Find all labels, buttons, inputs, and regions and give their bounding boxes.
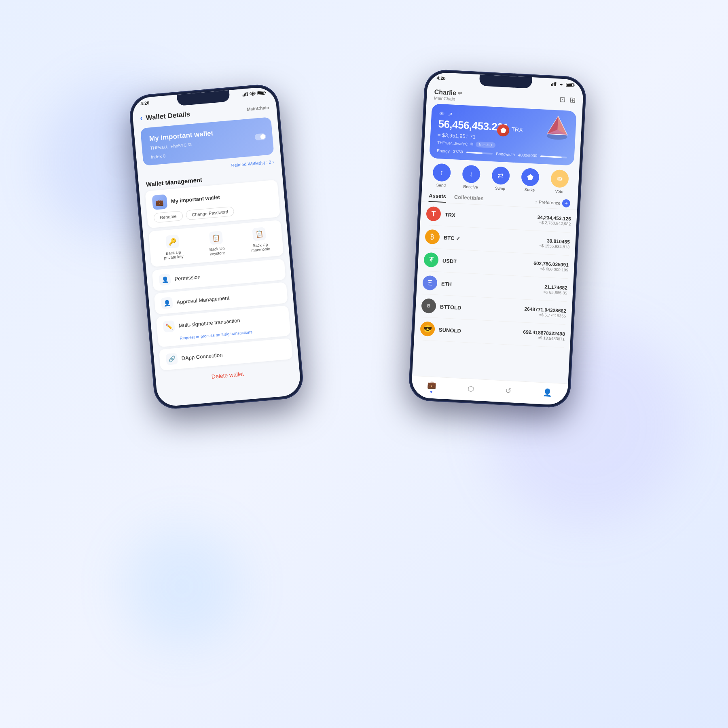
usdt-symbol: USDT: [442, 257, 457, 264]
nav-profile[interactable]: 👤: [538, 386, 557, 399]
energy-label: Energy: [437, 148, 450, 154]
sunold-symbol: SUNOLD: [439, 326, 461, 334]
nav-assets[interactable]: 💼: [422, 378, 442, 394]
usdt-icon: ₮: [423, 252, 439, 268]
battery-icon: [257, 91, 267, 95]
add-asset-button[interactable]: +: [562, 199, 570, 207]
header-chain: MainChain: [434, 95, 462, 102]
wallet-item-name: My important wallet: [171, 194, 220, 204]
send-action[interactable]: ↑ Send: [432, 163, 451, 188]
balance-currency: TRX: [511, 126, 523, 133]
stake-icon: ⬟: [521, 168, 540, 186]
copy-icon[interactable]: ⧉: [188, 142, 192, 147]
trx-icon: T: [426, 206, 441, 222]
trx-amounts: 34,234,453.126 ≈$ 2,760,842,982: [537, 214, 571, 226]
btc-amounts: 30.810455 ≈$ 1555,934,813: [539, 237, 570, 249]
permission-label: Permission: [174, 273, 201, 282]
svg-rect-0: [242, 95, 243, 97]
copy-btn[interactable]: ⧉: [470, 142, 474, 146]
svg-rect-2: [245, 93, 246, 96]
backup-mnemonic[interactable]: 📋 Back Up mnemonic: [247, 223, 273, 256]
preference-btn[interactable]: ↕ Preference +: [535, 197, 570, 207]
stake-action[interactable]: ⬟ Stake: [521, 168, 540, 193]
balance-share-icon[interactable]: ↗: [448, 111, 453, 118]
nav-history[interactable]: ↺: [500, 384, 517, 397]
receive-icon: ↓: [462, 165, 480, 183]
bttold-symbol: BTTOLD: [440, 303, 461, 311]
tab-assets[interactable]: Assets: [429, 190, 447, 203]
energy-progress: [466, 151, 493, 154]
svg-rect-1: [244, 93, 245, 96]
tron-badge: ⬟: [497, 124, 510, 137]
receive-action[interactable]: ↓ Receive: [461, 165, 480, 189]
energy-fill: [466, 151, 483, 154]
wifi-icon: [250, 91, 256, 96]
svg-rect-13: [567, 84, 572, 86]
non-hd-badge: Non-HD: [476, 142, 495, 148]
rename-button[interactable]: Rename: [153, 211, 183, 223]
qr-icon[interactable]: ⊞: [569, 95, 576, 105]
wifi-icon-right: [558, 82, 565, 87]
signal-icon-right: [551, 82, 557, 86]
permission-icon: 👤: [159, 273, 171, 286]
change-password-button[interactable]: Change Password: [185, 206, 235, 220]
swap-icon: ⇄: [491, 166, 510, 185]
btc-icon: ₿: [425, 229, 440, 245]
battery-icon-right: [566, 83, 575, 87]
send-label: Send: [436, 183, 446, 188]
nav-discover-icon: ⬡: [468, 384, 474, 393]
preference-sort-icon: ↕: [535, 199, 537, 204]
nav-history-icon: ↺: [505, 386, 512, 395]
backup-options: 🔑 Back Up private key 📋 Back Up keystore…: [148, 220, 284, 267]
balance-eye-icon[interactable]: 👁: [439, 110, 445, 117]
left-phone-content: 4:20 ‹ Wallet Details MainChain My impor…: [131, 86, 301, 407]
wallet-avatar: 💼: [152, 194, 167, 210]
backup-private-key[interactable]: 🔑 Back Up private key: [159, 231, 186, 264]
send-icon: ↑: [432, 163, 451, 182]
bttold-icon: B: [421, 298, 436, 313]
back-button[interactable]: ‹: [140, 114, 143, 123]
bandwidth-fill: [540, 155, 562, 158]
bttold-amounts: 2648771.04328662 ≈$ 6.77419355: [524, 306, 567, 318]
vote-icon: 🎟: [550, 169, 569, 188]
bandwidth-value: 4000/5000: [518, 152, 538, 158]
phone-left: 4:20 ‹ Wallet Details MainChain My impor…: [128, 83, 305, 410]
approval-icon: 👤: [161, 297, 173, 309]
keystore-icon: 📋: [209, 231, 223, 245]
swap-icon[interactable]: ⇌: [458, 90, 462, 96]
mnemonic-icon: 📋: [252, 227, 267, 241]
tab-collectibles[interactable]: Collectibles: [454, 191, 484, 205]
phone-right: 4:20 Charlie ⇌ MainChain: [408, 69, 587, 408]
multisig-sub: Request or process multisig transactions: [180, 330, 252, 341]
balance-address: THPwer...5wtfYC: [437, 140, 468, 146]
approval-label: Approval Management: [176, 294, 230, 305]
nav-discover[interactable]: ⬡: [462, 382, 479, 395]
dapp-label: DApp Connection: [181, 351, 223, 361]
status-icons-right: [551, 82, 575, 87]
multisig-icon: ✏️: [163, 320, 175, 332]
receive-label: Receive: [463, 184, 478, 189]
scan-icon[interactable]: ⊡: [559, 95, 566, 104]
usdt-amounts: 602,786.035091 ≈$ 606,000.199: [533, 260, 569, 272]
bottom-nav: 💼 ⬡ ↺ 👤: [411, 375, 568, 405]
status-time-left: 4:20: [140, 100, 150, 106]
nav-assets-icon: 💼: [427, 380, 436, 389]
svg-rect-12: [574, 85, 575, 86]
phone-left-screen: 4:20 ‹ Wallet Details MainChain My impor…: [131, 86, 301, 407]
vote-label: Vote: [555, 189, 563, 194]
status-time-right: 4:20: [436, 76, 446, 81]
svg-rect-7: [551, 84, 552, 86]
sunold-amounts: 692.418878222498 ≈$ 13.5483871: [523, 329, 565, 341]
eth-amounts: 21.174682 ≈$ 85,885.35: [544, 284, 568, 295]
bandwidth-progress: [540, 155, 567, 158]
right-phone-content: 4:20 Charlie ⇌ MainChain: [411, 72, 584, 405]
bandwidth-label: Bandwidth: [496, 152, 515, 157]
chain-label: MainChain: [246, 105, 269, 112]
swap-action[interactable]: ⇄ Swap: [491, 166, 510, 191]
backup-keystore[interactable]: 📋 Back Up keystore: [205, 227, 228, 260]
svg-rect-9: [554, 83, 555, 86]
asset-list: T TRX 34,234,453.126 ≈$ 2,760,842,982 ₿ …: [414, 202, 577, 348]
svg-rect-5: [265, 92, 266, 93]
vote-action[interactable]: 🎟 Vote: [550, 169, 569, 194]
nav-active-dot: [430, 390, 432, 392]
